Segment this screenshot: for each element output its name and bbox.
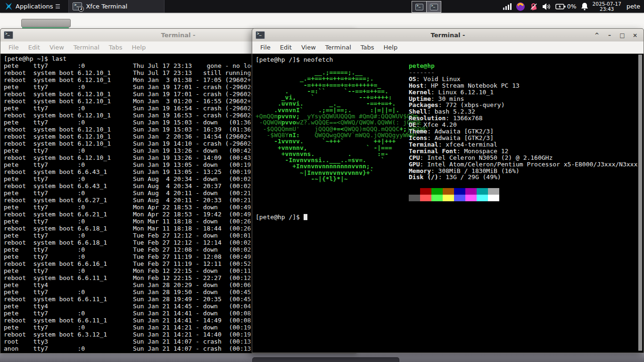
right-terminal-output[interactable]: [pete@hp /]$ neofetch __.;=====;.__ _.=+… <box>253 54 643 352</box>
neofetch-info-row: CPU: Intel Celeron N3050 (2) @ 2.160GHz <box>409 155 637 161</box>
terminal-icon <box>415 4 423 10</box>
neofetch-info-row: ------- <box>409 69 637 76</box>
color-swatch <box>477 188 488 195</box>
color-swatch <box>465 195 477 201</box>
menu-item-help[interactable]: Help <box>128 44 150 51</box>
clock-date: 2025-07-17 <box>593 1 621 7</box>
terminal-window-right: Terminal - ^–□× FileEditViewTerminalTabs… <box>252 28 644 353</box>
void-linux-ascii-logo: __.;=====;.__ _.=+==++=++=+=+===;. -=+++… <box>256 69 429 182</box>
top-panel: Applications 2 Xfce Terminal <box>0 0 644 13</box>
network-signal-icon[interactable] <box>503 3 512 10</box>
taskbar-button-label: Xfce Terminal <box>86 3 127 10</box>
menu-item-view[interactable]: View <box>45 44 68 51</box>
battery-icon <box>555 3 566 10</box>
menu-item-view[interactable]: View <box>297 44 320 51</box>
menu-item-help[interactable]: Help <box>380 44 402 51</box>
bell-icon[interactable] <box>581 2 588 10</box>
hidden-dock-panel[interactable] <box>252 357 399 362</box>
color-swatch <box>409 195 420 201</box>
color-swatch <box>488 195 499 201</box>
color-swatch <box>431 195 443 201</box>
shell-prompt: [pete@hp /]$ <box>256 214 307 221</box>
neofetch-info-row: Kernel: Linux 6.12.10_1 <box>409 89 637 96</box>
neofetch-info-row: Terminal: xfce4-terminal <box>409 141 637 148</box>
volume-icon[interactable] <box>542 3 551 10</box>
text-cursor <box>304 214 307 220</box>
clock-time: 23:43 <box>593 7 621 12</box>
neofetch-info: pete@hp-------OS: Void LinuxHost: HP Str… <box>409 63 637 181</box>
color-swatch <box>443 188 454 195</box>
applications-label: Applications <box>16 3 53 10</box>
battery-percent: 0% <box>567 3 577 10</box>
neofetch-info-row: GPU: Intel Atom/Celeron/Pentium Processo… <box>409 161 637 168</box>
maximize-button[interactable]: □ <box>619 32 626 39</box>
battery-indicator[interactable]: 0% <box>555 3 577 10</box>
neofetch-info-row: Shell: bash 5.2.32 <box>409 108 637 115</box>
scrollbar-thumb[interactable] <box>638 55 642 351</box>
color-swatch <box>443 195 454 201</box>
right-titlebar[interactable]: Terminal - ^–□× <box>252 29 644 41</box>
neofetch-info-row: Theme: Adwaita [GTK2/3] <box>409 128 637 135</box>
right-menubar: FileEditViewTerminalTabsHelp <box>252 41 644 54</box>
lock-icon[interactable] <box>529 2 538 11</box>
color-swatch <box>431 188 443 195</box>
menu-icon <box>56 3 60 9</box>
close-button[interactable]: × <box>632 32 638 39</box>
neofetch-info-row: Host: HP Stream Notebook PC 13 <box>409 82 637 89</box>
color-swatch <box>488 188 499 195</box>
color-swatch <box>465 188 477 195</box>
neofetch-info-row: Icons: Adwaita [GTK2/3] <box>409 135 637 141</box>
workspace-1[interactable] <box>412 1 427 13</box>
minimize-button[interactable]: – <box>606 32 613 39</box>
menu-item-edit[interactable]: Edit <box>276 44 296 51</box>
neofetch-info-row: DE: Xfce 4.20 <box>409 122 637 128</box>
menu-item-terminal[interactable]: Terminal <box>321 44 355 51</box>
color-swatch <box>454 195 465 201</box>
color-swatch <box>420 195 431 201</box>
menu-item-tabs[interactable]: Tabs <box>105 44 127 51</box>
neofetch-info-row: Resolution: 644x362 <box>409 115 637 122</box>
neofetch-info-row: OS: Void Linux <box>409 76 637 82</box>
neofetch-info-row: Uptime: 30 mins <box>409 96 637 102</box>
panel-username: pete <box>626 3 640 10</box>
right-window-title: Terminal - <box>252 32 644 39</box>
workspace-2[interactable] <box>427 1 441 13</box>
applications-menu-button[interactable]: Applications <box>3 0 62 13</box>
color-swatch <box>420 188 431 195</box>
neofetch-info-row: Packages: 772 (xbps-query) <box>409 102 637 108</box>
background-window-button <box>21 19 71 27</box>
neofetch-info-row: Memory: 308MiB / 1830MiB (16%) <box>409 168 637 174</box>
color-swatch <box>477 195 488 201</box>
terminal-icon: 2 <box>73 2 82 10</box>
terminal-icon <box>430 4 438 10</box>
window-buttons: ^–□× <box>594 32 644 39</box>
shade-button[interactable]: ^ <box>594 32 600 39</box>
workspace-switcher <box>412 1 441 12</box>
color-swatch <box>409 188 420 195</box>
terminal-color-palette <box>409 188 499 201</box>
menu-item-file[interactable]: File <box>4 44 23 51</box>
menu-item-file[interactable]: File <box>256 44 275 51</box>
taskbar-button-xfce-terminal[interactable]: 2 Xfce Terminal <box>68 0 165 13</box>
menu-item-terminal[interactable]: Terminal <box>69 44 104 51</box>
prompt-text: [pete@hp /]$ <box>256 214 304 221</box>
neofetch-info-row: Disk (/): 13G / 29G (49%) <box>409 174 637 181</box>
clock[interactable]: 2025-07-17 23:43 <box>593 1 621 12</box>
scrollbar[interactable] <box>638 54 643 352</box>
menu-item-edit[interactable]: Edit <box>24 44 44 51</box>
menu-item-tabs[interactable]: Tabs <box>356 44 379 51</box>
color-swatch <box>454 188 465 195</box>
firefox-icon[interactable] <box>516 2 525 11</box>
neofetch-info-row: Terminal Font: Monospace 12 <box>409 148 637 155</box>
neofetch-command-line: [pete@hp /]$ neofetch <box>256 56 333 63</box>
window-count-badge: 2 <box>78 6 84 12</box>
neofetch-info-row: pete@hp <box>409 63 637 69</box>
xfce-logo-icon <box>5 2 13 10</box>
